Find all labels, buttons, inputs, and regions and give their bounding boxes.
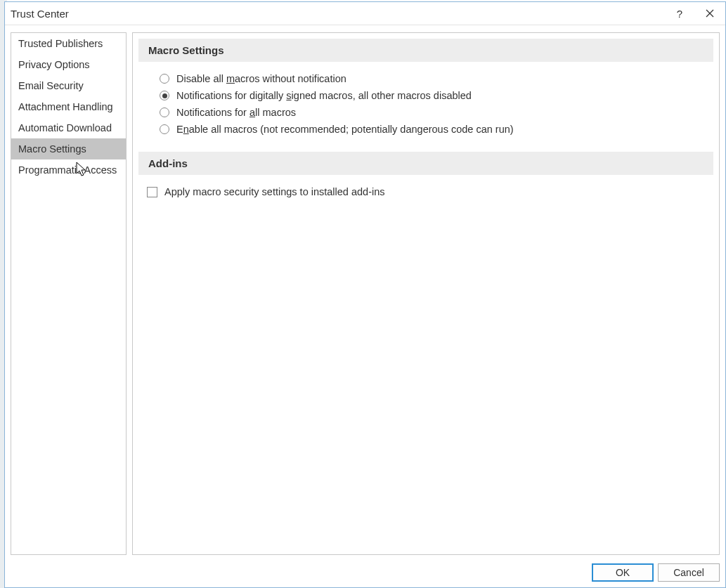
- dialog-title: Trust Center: [11, 8, 666, 20]
- nav-sidebar: Trusted Publishers Privacy Options Email…: [11, 32, 127, 555]
- close-button[interactable]: [694, 2, 725, 25]
- radio-enable-all[interactable]: Enable all macros (not recommended; pote…: [160, 121, 719, 138]
- help-button[interactable]: ?: [666, 2, 694, 25]
- radio-signed-only[interactable]: Notifications for digitally signed macro…: [160, 87, 719, 104]
- content-panel: Macro Settings Disable all macros withou…: [132, 32, 720, 555]
- section-header-macro-settings: Macro Settings: [138, 39, 713, 62]
- dialog-body: Trusted Publishers Privacy Options Email…: [5, 25, 725, 561]
- radio-icon: [160, 74, 169, 84]
- sidebar-item-macro-settings[interactable]: Macro Settings: [11, 138, 126, 159]
- help-icon: ?: [677, 8, 682, 20]
- checkbox-label: Apply macro security settings to install…: [164, 186, 385, 197]
- radio-label: Notifications for digitally signed macro…: [176, 90, 472, 101]
- sidebar-item-attachment-handling[interactable]: Attachment Handling: [11, 96, 126, 117]
- close-icon: [706, 8, 714, 20]
- trust-center-dialog: Trust Center ? Trusted Publishers Privac…: [4, 1, 726, 588]
- radio-label: Disable all macros without notification: [176, 73, 346, 84]
- radio-icon: [160, 107, 169, 117]
- titlebar: Trust Center ?: [5, 2, 725, 25]
- radio-icon: [160, 91, 169, 100]
- checkbox-icon: [147, 187, 157, 197]
- section-header-addins: Add-ins: [138, 152, 713, 175]
- radio-label: Enable all macros (not recommended; pote…: [176, 124, 514, 135]
- sidebar-item-automatic-download[interactable]: Automatic Download: [11, 117, 126, 138]
- ok-button[interactable]: OK: [592, 563, 654, 582]
- sidebar-item-email-security[interactable]: Email Security: [11, 75, 126, 96]
- radio-notify-all[interactable]: Notifications for all macros: [160, 104, 719, 121]
- radio-disable-all[interactable]: Disable all macros without notification: [160, 70, 719, 87]
- sidebar-item-trusted-publishers[interactable]: Trusted Publishers: [11, 33, 126, 54]
- macro-settings-radio-group: Disable all macros without notification …: [133, 70, 719, 145]
- checkbox-apply-to-addins[interactable]: Apply macro security settings to install…: [133, 183, 719, 200]
- sidebar-item-privacy-options[interactable]: Privacy Options: [11, 54, 126, 75]
- cancel-button[interactable]: Cancel: [658, 563, 720, 582]
- sidebar-item-programmatic-access[interactable]: Programmatic Access: [11, 159, 126, 181]
- radio-icon: [160, 124, 169, 134]
- radio-label: Notifications for all macros: [176, 107, 296, 118]
- dialog-footer: OK Cancel: [5, 561, 725, 587]
